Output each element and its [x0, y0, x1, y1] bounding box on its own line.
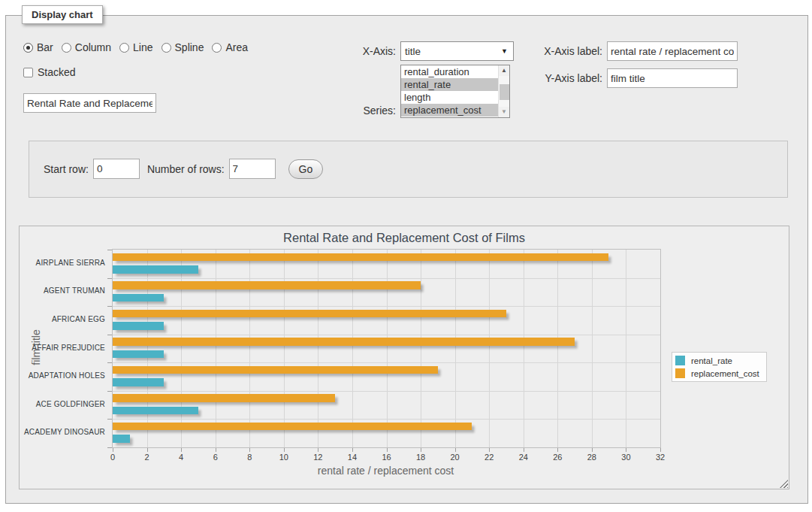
series-option-rental_duration[interactable]: rental_duration — [401, 65, 498, 78]
category-label: ADAPTATION HOLES — [20, 371, 105, 380]
scroll-up-icon[interactable]: ▲ — [499, 65, 509, 76]
y-tick-mark — [107, 419, 112, 420]
category-label: AFRICAN EGG — [20, 315, 105, 323]
x-tick-mark — [181, 448, 182, 452]
gridline-vertical — [421, 250, 421, 447]
x-tick-label: 28 — [577, 453, 607, 462]
chart-type-radio-column[interactable]: Column — [62, 41, 111, 53]
radio-icon[interactable] — [212, 43, 222, 53]
series-options: rental_durationrental_ratelengthreplacem… — [401, 65, 498, 117]
chevron-down-icon: ▼ — [501, 47, 508, 55]
chart-type-radio-area[interactable]: Area — [212, 41, 248, 53]
x-tick-label: 8 — [234, 453, 264, 462]
radio-icon[interactable] — [161, 43, 171, 53]
x-tick-label: 6 — [201, 453, 231, 462]
x-tick-label: 4 — [166, 453, 196, 462]
category-label: AFFAIR PREJUDICE — [20, 344, 105, 352]
x-tick-mark — [489, 448, 490, 452]
gridline-horizontal — [113, 362, 660, 363]
radio-icon[interactable] — [23, 43, 33, 53]
stacked-label: Stacked — [38, 66, 76, 78]
radio-icon[interactable] — [62, 43, 71, 53]
gridline-vertical — [592, 250, 593, 447]
y-tick-mark — [107, 278, 112, 279]
gridline-horizontal — [113, 419, 660, 420]
x-tick-label: 26 — [542, 453, 572, 462]
scrollbar-thumb[interactable] — [500, 84, 509, 100]
page: Display chart BarColumnLineSplineArea St… — [0, 0, 812, 512]
bar-replacement_cost — [113, 253, 608, 262]
stacked-checkbox[interactable] — [23, 68, 33, 77]
chart-type-radio-spline[interactable]: Spline — [161, 41, 204, 53]
radio-label: Area — [225, 41, 248, 53]
bar-rental_rate — [113, 322, 164, 330]
y-axis-label-field-label: Y-Axis label: — [535, 72, 602, 84]
gridline-vertical — [352, 250, 353, 447]
x-axis-select[interactable]: title ▼ — [400, 41, 514, 61]
x-tick-mark — [626, 448, 626, 452]
radio-label: Column — [75, 41, 111, 53]
legend-label: rental_rate — [691, 356, 732, 365]
chart-type-radio-line[interactable]: Line — [119, 41, 152, 53]
gridline-horizontal — [113, 335, 660, 335]
chart-title: Rental Rate and Replacement Cost of Film… — [20, 231, 789, 245]
y-tick-mark — [107, 250, 112, 250]
x-tick-mark — [284, 448, 285, 452]
y-axis-label-input[interactable] — [607, 68, 738, 88]
bar-replacement_cost — [113, 281, 421, 289]
series-multiselect[interactable]: rental_durationrental_ratelengthreplacem… — [400, 65, 510, 118]
chart-container: Rental Rate and Replacement Cost of Film… — [19, 226, 789, 489]
x-axis-label-input[interactable] — [607, 41, 738, 61]
bar-replacement_cost — [113, 394, 335, 402]
x-tick-mark — [318, 448, 318, 452]
x-tick-mark — [455, 448, 456, 452]
x-axis-title: rental rate / replacement cost — [112, 465, 660, 477]
gridline-vertical — [249, 250, 250, 447]
legend-item-rental_rate: rental_rate — [675, 356, 759, 365]
y-tick-mark — [107, 306, 112, 307]
gridline-vertical — [216, 250, 216, 447]
gridline-vertical — [387, 250, 388, 447]
bar-replacement_cost — [113, 366, 438, 374]
series-option-rental_rate[interactable]: rental_rate — [401, 78, 498, 91]
legend-label: replacement_cost — [691, 369, 759, 378]
series-option-replacement_cost[interactable]: replacement_cost — [401, 104, 498, 117]
series-scrollbar[interactable]: ▲ ▼ — [498, 65, 509, 117]
bar-rental_rate — [113, 294, 164, 302]
rows-panel: Start row: Number of rows: Go — [29, 141, 788, 198]
gridline-horizontal — [113, 306, 660, 307]
resize-handle-icon[interactable] — [780, 480, 788, 488]
x-axis-label-field-label: X-Axis label: — [535, 45, 602, 57]
y-tick-mark — [107, 335, 112, 335]
x-tick-label: 2 — [132, 453, 162, 462]
x-tick-mark — [387, 448, 388, 452]
chart-title-input[interactable] — [23, 93, 156, 113]
radio-icon[interactable] — [119, 43, 129, 53]
chart-type-radio-bar[interactable]: Bar — [23, 41, 53, 53]
scroll-down-icon[interactable]: ▼ — [499, 107, 509, 117]
x-tick-mark — [524, 448, 524, 452]
gridline-vertical — [626, 250, 626, 447]
y-tick-mark — [107, 447, 112, 448]
bar-rental_rate — [113, 435, 130, 443]
radio-label: Bar — [37, 41, 53, 53]
fieldset-legend: Display chart — [22, 5, 103, 24]
gridline-vertical — [181, 250, 182, 447]
category-label: ACADEMY DINOSAUR — [20, 428, 105, 436]
x-tick-label: 18 — [406, 453, 436, 462]
legend-item-replacement_cost: replacement_cost — [675, 368, 759, 378]
x-tick-mark — [113, 448, 113, 452]
gridline-vertical — [524, 250, 524, 447]
number-of-rows-input[interactable] — [229, 159, 276, 179]
chart-plot-area — [112, 249, 661, 448]
gridline-horizontal — [113, 278, 660, 279]
x-tick-mark — [660, 448, 661, 452]
x-tick-mark — [592, 448, 593, 452]
series-option-length[interactable]: length — [401, 91, 498, 104]
bar-replacement_cost — [113, 423, 472, 431]
gridline-horizontal — [113, 391, 660, 392]
x-axis-select-label: X-Axis: — [342, 45, 396, 57]
x-tick-label: 30 — [611, 453, 641, 462]
start-row-input[interactable] — [93, 159, 140, 179]
go-button[interactable]: Go — [288, 159, 324, 179]
